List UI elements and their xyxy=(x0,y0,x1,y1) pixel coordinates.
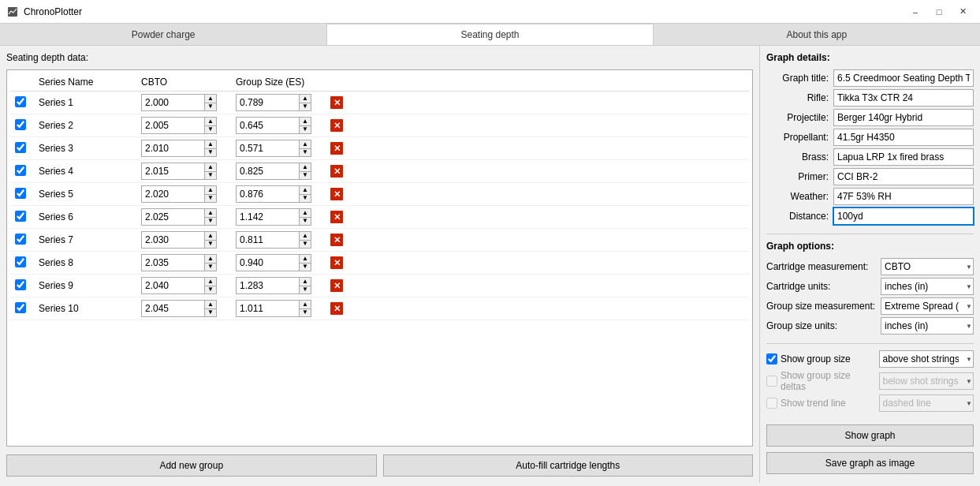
gs-up-1[interactable]: ▲ xyxy=(300,118,311,126)
row-gs-input-3[interactable] xyxy=(236,163,299,180)
cbto-up-2[interactable]: ▲ xyxy=(205,140,216,149)
autofill-button[interactable]: Auto-fill cartridge lengths xyxy=(383,454,754,477)
gs-down-9[interactable]: ▼ xyxy=(300,309,311,317)
row-cbto-input-8[interactable] xyxy=(141,277,204,294)
gs-down-8[interactable]: ▼ xyxy=(300,286,311,294)
option-select-2[interactable]: Extreme Spread (ES)Mean Radius (MR) xyxy=(881,297,974,315)
field-input-1[interactable] xyxy=(833,89,974,107)
gs-up-4[interactable]: ▲ xyxy=(300,186,311,195)
gs-down-3[interactable]: ▼ xyxy=(300,172,311,180)
row-gs-input-1[interactable] xyxy=(236,117,299,134)
row-checkbox-7[interactable] xyxy=(15,256,26,267)
row-cbto-input-5[interactable] xyxy=(141,208,204,226)
delete-row-button-6[interactable]: ✕ xyxy=(330,234,343,246)
row-cbto-input-1[interactable] xyxy=(141,117,204,134)
gs-down-1[interactable]: ▼ xyxy=(300,126,311,134)
row-cbto-input-3[interactable] xyxy=(141,163,204,180)
delete-row-button-8[interactable]: ✕ xyxy=(330,279,343,292)
delete-row-button-1[interactable]: ✕ xyxy=(330,119,343,132)
checkbox-select-1[interactable]: above shot stringsbelow shot strings xyxy=(879,372,974,390)
row-checkbox-5[interactable] xyxy=(15,211,26,222)
cbto-up-9[interactable]: ▲ xyxy=(205,301,216,309)
close-button[interactable]: ✕ xyxy=(952,3,974,21)
cbto-down-8[interactable]: ▼ xyxy=(205,286,216,294)
row-cbto-input-7[interactable] xyxy=(141,254,204,271)
gs-down-4[interactable]: ▼ xyxy=(300,195,311,203)
option-select-3[interactable]: inches (in)millimeters (mm) xyxy=(881,317,974,335)
cbto-down-0[interactable]: ▼ xyxy=(205,103,216,111)
row-cbto-input-2[interactable] xyxy=(141,140,204,157)
row-checkbox-2[interactable] xyxy=(15,142,26,153)
cbto-up-1[interactable]: ▲ xyxy=(205,118,216,126)
checkbox-1[interactable] xyxy=(766,376,777,387)
option-select-0[interactable]: CBTOCOAL xyxy=(881,258,974,275)
delete-row-button-3[interactable]: ✕ xyxy=(330,165,343,178)
row-checkbox-1[interactable] xyxy=(15,119,26,130)
cbto-up-8[interactable]: ▲ xyxy=(205,278,216,286)
field-input-6[interactable] xyxy=(833,188,974,205)
row-cbto-input-4[interactable] xyxy=(141,185,204,203)
add-group-button[interactable]: Add new group xyxy=(6,454,377,477)
maximize-button[interactable]: □ xyxy=(928,3,950,21)
save-graph-button[interactable]: Save graph as image xyxy=(766,452,974,474)
cbto-up-4[interactable]: ▲ xyxy=(205,186,216,195)
row-checkbox-6[interactable] xyxy=(15,234,26,245)
cbto-down-1[interactable]: ▼ xyxy=(205,126,216,134)
gs-up-8[interactable]: ▲ xyxy=(300,278,311,286)
field-input-3[interactable] xyxy=(833,129,974,146)
cbto-up-5[interactable]: ▲ xyxy=(205,209,216,218)
row-gs-input-8[interactable] xyxy=(236,277,299,294)
checkbox-select-0[interactable]: above shot stringsbelow shot strings xyxy=(879,350,974,368)
delete-row-button-2[interactable]: ✕ xyxy=(330,142,343,155)
gs-down-5[interactable]: ▼ xyxy=(300,218,311,226)
cbto-down-5[interactable]: ▼ xyxy=(205,218,216,226)
gs-down-0[interactable]: ▼ xyxy=(300,103,311,111)
row-gs-input-2[interactable] xyxy=(236,140,299,157)
delete-row-button-9[interactable]: ✕ xyxy=(330,302,343,315)
gs-up-3[interactable]: ▲ xyxy=(300,163,311,172)
cbto-down-4[interactable]: ▼ xyxy=(205,195,216,203)
cbto-up-7[interactable]: ▲ xyxy=(205,255,216,264)
delete-row-button-4[interactable]: ✕ xyxy=(330,188,343,200)
field-input-4[interactable] xyxy=(833,148,974,166)
cbto-down-6[interactable]: ▼ xyxy=(205,241,216,249)
show-graph-button[interactable]: Show graph xyxy=(766,424,974,447)
gs-down-6[interactable]: ▼ xyxy=(300,241,311,249)
cbto-up-6[interactable]: ▲ xyxy=(205,232,216,241)
cbto-down-9[interactable]: ▼ xyxy=(205,309,216,317)
tab-powder-charge[interactable]: Powder charge xyxy=(0,24,326,45)
delete-row-button-7[interactable]: ✕ xyxy=(330,256,343,269)
row-gs-input-4[interactable] xyxy=(236,185,299,203)
tab-about[interactable]: About this app xyxy=(654,24,980,45)
field-input-0[interactable] xyxy=(833,69,974,87)
row-checkbox-9[interactable] xyxy=(15,302,26,313)
delete-row-button-5[interactable]: ✕ xyxy=(330,211,343,223)
row-gs-input-7[interactable] xyxy=(236,254,299,271)
checkbox-2[interactable] xyxy=(766,398,777,409)
cbto-up-3[interactable]: ▲ xyxy=(205,163,216,172)
row-checkbox-0[interactable] xyxy=(15,96,26,107)
gs-down-2[interactable]: ▼ xyxy=(300,149,311,157)
row-cbto-input-9[interactable] xyxy=(141,300,204,317)
row-cbto-input-0[interactable] xyxy=(141,94,204,111)
row-gs-input-6[interactable] xyxy=(236,231,299,249)
row-checkbox-3[interactable] xyxy=(15,165,26,176)
delete-row-button-0[interactable]: ✕ xyxy=(330,96,343,109)
field-input-5[interactable] xyxy=(833,168,974,185)
gs-up-6[interactable]: ▲ xyxy=(300,232,311,241)
gs-up-0[interactable]: ▲ xyxy=(300,95,311,103)
row-checkbox-4[interactable] xyxy=(15,188,26,199)
row-gs-input-9[interactable] xyxy=(236,300,299,317)
field-input-7[interactable] xyxy=(833,207,974,225)
gs-up-7[interactable]: ▲ xyxy=(300,255,311,264)
cbto-down-2[interactable]: ▼ xyxy=(205,149,216,157)
option-select-1[interactable]: inches (in)millimeters (mm) xyxy=(881,278,974,295)
gs-up-5[interactable]: ▲ xyxy=(300,209,311,218)
field-input-2[interactable] xyxy=(833,109,974,126)
gs-up-2[interactable]: ▲ xyxy=(300,140,311,149)
tab-seating-depth[interactable]: Seating depth xyxy=(326,24,653,45)
cbto-down-3[interactable]: ▼ xyxy=(205,172,216,180)
row-gs-input-0[interactable] xyxy=(236,94,299,111)
row-checkbox-8[interactable] xyxy=(15,279,26,290)
gs-down-7[interactable]: ▼ xyxy=(300,264,311,271)
